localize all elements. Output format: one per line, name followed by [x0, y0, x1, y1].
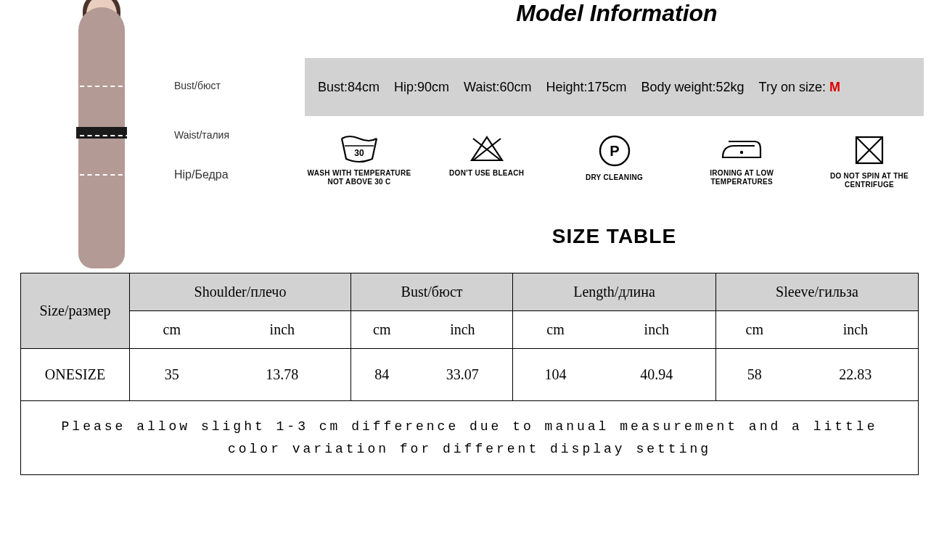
svg-point-6: [740, 151, 743, 154]
waist-label: Waist/талия: [174, 129, 229, 141]
mi-tryon-value: M: [829, 80, 840, 94]
model-diagram: [44, 0, 160, 276]
svg-text:P: P: [610, 143, 619, 159]
mi-bust: Bust:84cm: [318, 80, 380, 95]
table-header-row: Size/размер Shoulder/плечо Bust/бюст Len…: [21, 273, 919, 311]
cell-bust-cm: 84: [350, 349, 412, 401]
waist-measure-line: [80, 135, 138, 136]
hdr-shoulder: Shoulder/плечо: [130, 273, 351, 311]
size-table: Size/размер Shoulder/плечо Bust/бюст Len…: [20, 273, 919, 475]
unit-inch: inch: [413, 311, 513, 349]
unit-cm: cm: [350, 311, 412, 349]
unit-cm: cm: [130, 311, 214, 349]
care-spin-text: DO NOT SPIN AT THE CENTRIFUGE: [815, 172, 924, 189]
mi-hip: Hip:90cm: [394, 80, 449, 95]
cell-size: ONESIZE: [21, 349, 130, 401]
mi-height: Height:175cm: [546, 80, 626, 95]
care-spin: DO NOT SPIN AT THE CENTRIFUGE: [815, 134, 924, 189]
care-wash-text: WASH WITH TEMPERATURE NOT ABOVE 30 C: [305, 169, 414, 186]
footer-message: Please allow slight 1-3 cm difference du…: [21, 401, 919, 475]
care-iron-text: IRONING AT LOW TEMPERATURES: [687, 169, 796, 186]
size-table-title: SIZE TABLE: [305, 225, 924, 248]
table-row: ONESIZE 35 13.78 84 33.07 104 40.94 58 2…: [21, 349, 919, 401]
hip-label: Hip/Бедра: [174, 168, 229, 181]
care-iron: IRONING AT LOW TEMPERATURES: [687, 134, 796, 189]
care-bleach: DON'T USE BLEACH: [432, 134, 541, 189]
model-belt-shape: [76, 127, 127, 139]
mi-tryon: Try on size: M: [759, 80, 840, 95]
cell-shoulder-cm: 35: [130, 349, 214, 401]
care-wash: 30 WASH WITH TEMPERATURE NOT ABOVE 30 C: [305, 134, 414, 189]
iron-icon: [720, 134, 763, 163]
page-title: Model Information: [305, 0, 929, 27]
unit-cm: cm: [513, 311, 598, 349]
hdr-length: Length/длина: [513, 273, 716, 311]
wash-icon: 30: [339, 134, 380, 163]
table-unit-row: cm inch cm inch cm inch cm inch: [21, 311, 919, 349]
unit-inch: inch: [793, 311, 919, 349]
model-info-bar: Bust:84cm Hip:90cm Waist:60cm Height:175…: [305, 58, 924, 116]
mi-waist: Waist:60cm: [464, 80, 531, 95]
cell-bust-in: 33.07: [413, 349, 513, 401]
bleach-icon: [469, 134, 505, 163]
unit-cm: cm: [715, 311, 792, 349]
dryclean-icon: P: [598, 134, 631, 168]
mi-weight: Body weight:52kg: [641, 80, 745, 95]
hip-measure-line: [80, 174, 138, 176]
cell-length-in: 40.94: [598, 349, 716, 401]
bust-label: Bust/бюст: [174, 80, 221, 91]
hdr-sleeve: Sleeve/гильза: [715, 273, 918, 311]
care-instructions: 30 WASH WITH TEMPERATURE NOT ABOVE 30 C …: [305, 134, 924, 189]
cell-sleeve-in: 22.83: [793, 349, 919, 401]
unit-inch: inch: [214, 311, 351, 349]
hdr-bust: Bust/бюст: [350, 273, 512, 311]
care-dry: P DRY CLEANING: [560, 134, 669, 189]
care-dry-text: DRY CLEANING: [560, 173, 669, 182]
unit-inch: inch: [598, 311, 716, 349]
cell-length-cm: 104: [513, 349, 598, 401]
svg-text:30: 30: [354, 148, 364, 158]
spin-icon: [853, 134, 885, 166]
bust-measure-line: [80, 86, 138, 87]
table-footer-row: Please allow slight 1-3 cm difference du…: [21, 401, 919, 475]
hdr-size: Size/размер: [21, 273, 130, 349]
cell-shoulder-in: 13.78: [214, 349, 351, 401]
cell-sleeve-cm: 58: [715, 349, 792, 401]
mi-tryon-prefix: Try on size:: [759, 80, 829, 94]
care-bleach-text: DON'T USE BLEACH: [432, 169, 541, 178]
